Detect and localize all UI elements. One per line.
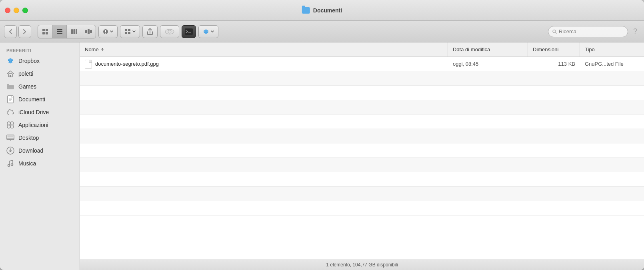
svg-rect-8 (73, 29, 75, 34)
svg-rect-3 (46, 32, 48, 34)
toolbar: ? (0, 21, 644, 42)
table-row-empty (80, 158, 644, 172)
svg-rect-49 (8, 136, 14, 138)
action-button[interactable] (98, 25, 118, 38)
dropbox-button[interactable] (198, 25, 218, 38)
table-row-empty (80, 86, 644, 100)
sidebar-label-icloud: iCloud Drive (18, 109, 49, 115)
file-list: documento-segreto.pdf.gpg oggi, 08:45 11… (80, 57, 644, 259)
svg-rect-22 (185, 28, 193, 35)
table-row-empty (80, 100, 644, 115)
back-button[interactable] (4, 25, 17, 38)
table-row[interactable]: documento-segreto.pdf.gpg oggi, 08:45 11… (80, 57, 644, 71)
arrange-button[interactable] (120, 25, 140, 38)
table-row-empty (80, 201, 644, 216)
finder-window: Documenti (0, 0, 644, 270)
svg-point-43 (7, 122, 10, 125)
file-type: GnuPG...ted File (580, 61, 644, 67)
svg-point-45 (10, 122, 14, 125)
nav-group (4, 25, 31, 38)
share-button[interactable] (142, 25, 158, 38)
minimize-button[interactable] (14, 8, 19, 13)
column-view-button[interactable] (67, 25, 81, 38)
table-row-empty (80, 115, 644, 129)
home-icon (6, 70, 14, 78)
list-view-button[interactable] (52, 25, 67, 38)
svg-rect-35 (10, 75, 11, 77)
col-header-name[interactable]: Nome (80, 42, 448, 56)
col-header-type[interactable]: Tipo (580, 42, 644, 56)
column-headers: Nome Data di modifica Dimensioni Tipo (80, 42, 644, 57)
sidebar-item-documenti[interactable]: Documenti (0, 93, 80, 106)
music-icon (6, 159, 14, 167)
sidebar-label-download: Download (18, 147, 43, 154)
col-header-modified[interactable]: Data di modifica (448, 42, 528, 56)
table-row-empty (80, 129, 644, 143)
terminal-button[interactable] (182, 25, 196, 38)
table-row-empty (80, 187, 644, 201)
sidebar-item-applicazioni[interactable]: Applicazioni (0, 119, 80, 131)
sidebar-item-poletti[interactable]: poletti (0, 67, 80, 80)
file-modified: oggi, 08:45 (448, 61, 528, 67)
cover-flow-button[interactable] (81, 25, 96, 38)
svg-rect-15 (105, 33, 106, 34)
svg-rect-16 (125, 29, 127, 31)
close-button[interactable] (5, 8, 10, 13)
svg-point-28 (553, 30, 556, 32)
cloud-icon (6, 108, 14, 116)
file-icon (85, 60, 92, 69)
svg-rect-9 (76, 29, 77, 34)
svg-rect-4 (57, 29, 62, 30)
statusbar-text: 1 elemento, 104,77 GB disponibili (326, 262, 398, 268)
sidebar-label-dropbox: Dropbox (18, 58, 40, 64)
titlebar: Documenti (0, 0, 644, 21)
icon-view-button[interactable] (38, 25, 52, 38)
search-box[interactable] (548, 26, 628, 37)
traffic-lights (5, 8, 28, 13)
sidebar-label-desktop: Desktop (18, 135, 39, 141)
table-row-empty (80, 143, 644, 158)
svg-line-29 (556, 32, 556, 33)
statusbar: 1 elemento, 104,77 GB disponibili (80, 259, 644, 270)
download-icon (6, 147, 14, 155)
sidebar-item-icloud[interactable]: iCloud Drive (0, 106, 80, 119)
sidebar-item-dropbox[interactable]: Dropbox (0, 54, 80, 67)
svg-point-44 (7, 125, 10, 128)
svg-point-55 (11, 164, 13, 166)
desktop-icon (6, 134, 14, 142)
svg-rect-38 (7, 84, 9, 85)
file-name-cell: documento-segreto.pdf.gpg (80, 60, 448, 69)
sidebar-item-games[interactable]: Games (0, 80, 80, 93)
col-header-size[interactable]: Dimensioni (528, 42, 580, 56)
sidebar-label-applicazioni: Applicazioni (18, 122, 48, 128)
sidebar-item-musica[interactable]: Musica (0, 157, 80, 170)
svg-rect-19 (128, 32, 130, 34)
svg-rect-2 (42, 32, 45, 34)
sidebar-item-desktop[interactable]: Desktop (0, 131, 80, 144)
folder-icon (302, 7, 310, 14)
help-button[interactable]: ? (630, 27, 640, 36)
svg-rect-7 (71, 29, 73, 34)
view-buttons (38, 25, 96, 38)
window-title: Documenti (313, 7, 342, 14)
sidebar: Preferiti Dropbox (0, 42, 80, 270)
file-size: 113 KB (528, 61, 580, 67)
maximize-button[interactable] (22, 8, 28, 13)
file-name: documento-segreto.pdf.gpg (95, 61, 159, 67)
svg-rect-10 (85, 30, 87, 33)
dropbox-icon (6, 57, 14, 65)
svg-point-46 (10, 125, 14, 128)
svg-rect-12 (90, 30, 92, 33)
sidebar-label-musica: Musica (18, 160, 36, 167)
tag-button[interactable] (160, 25, 179, 38)
folder-icon (6, 83, 14, 91)
sidebar-label-documenti: Documenti (18, 96, 45, 103)
search-input[interactable] (559, 28, 624, 34)
svg-rect-1 (46, 29, 48, 31)
sidebar-item-download[interactable]: Download (0, 144, 80, 157)
svg-rect-6 (57, 33, 62, 34)
svg-rect-17 (128, 29, 130, 31)
forward-button[interactable] (18, 25, 31, 38)
svg-rect-5 (57, 31, 62, 32)
svg-rect-18 (125, 32, 127, 34)
